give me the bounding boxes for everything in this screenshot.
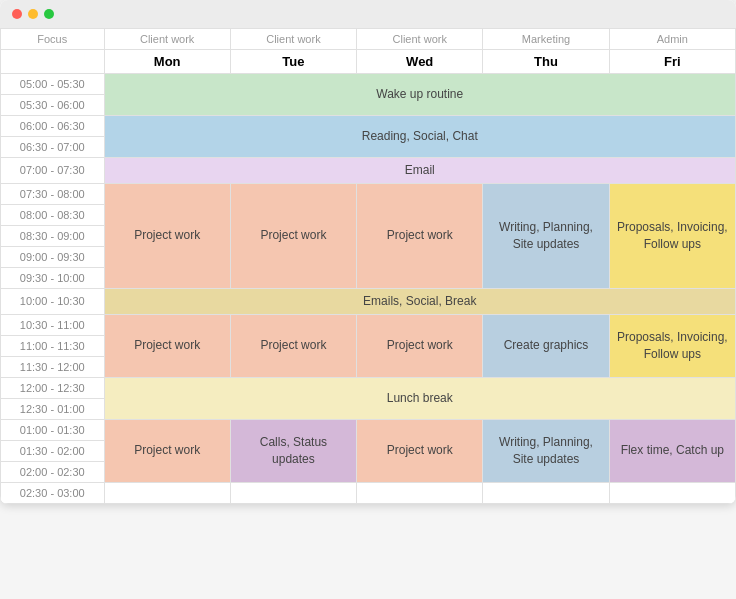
- pw-tue-2-text: Project work: [260, 338, 326, 352]
- reading-cell: Reading, Social, Chat: [104, 116, 735, 158]
- table-row: 06:00 - 06:30 Reading, Social, Chat: [1, 116, 736, 137]
- lunch-cell: Lunch break: [104, 377, 735, 419]
- flex-time-text: Flex time, Catch up: [621, 443, 724, 457]
- category-client-work-2: Client work: [230, 29, 356, 50]
- create-graphics-text: Create graphics: [504, 338, 589, 352]
- empty-thu: [483, 482, 609, 503]
- empty-tue: [230, 482, 356, 503]
- day-mon: Mon: [104, 50, 230, 74]
- project-work-wed-1: Project work: [357, 183, 483, 288]
- wake-up-text: Wake up routine: [376, 87, 463, 101]
- time-label: 08:30 - 09:00: [1, 225, 105, 246]
- pw-wed-1-text: Project work: [387, 228, 453, 242]
- email-cell: Email: [104, 158, 735, 184]
- writing-planning-thu-1: Writing, Planning, Site updates: [483, 183, 609, 288]
- time-label: 07:30 - 08:00: [1, 183, 105, 204]
- category-client-work-1: Client work: [104, 29, 230, 50]
- table-row: 07:30 - 08:00 Project work Project work …: [1, 183, 736, 204]
- time-label: 06:30 - 07:00: [1, 137, 105, 158]
- category-client-work-3: Client work: [357, 29, 483, 50]
- emails-social-cell: Emails, Social, Break: [104, 288, 735, 314]
- proposals-fri-2: Proposals, Invoicing, Follow ups: [609, 314, 735, 377]
- emails-social-text: Emails, Social, Break: [363, 294, 476, 308]
- time-label: 02:30 - 03:00: [1, 482, 105, 503]
- proposals-fri-1: Proposals, Invoicing, Follow ups: [609, 183, 735, 288]
- project-work-mon-2: Project work: [104, 314, 230, 377]
- day-thu: Thu: [483, 50, 609, 74]
- time-label: 05:00 - 05:30: [1, 74, 105, 95]
- table-row: 10:00 - 10:30 Emails, Social, Break: [1, 288, 736, 314]
- empty-mon: [104, 482, 230, 503]
- create-graphics-thu: Create graphics: [483, 314, 609, 377]
- day-empty: [1, 50, 105, 74]
- time-label: 08:00 - 08:30: [1, 204, 105, 225]
- table-row: 05:00 - 05:30 Wake up routine: [1, 74, 736, 95]
- time-label: 11:00 - 11:30: [1, 335, 105, 356]
- project-work-tue-2: Project work: [230, 314, 356, 377]
- time-label: 12:30 - 01:00: [1, 398, 105, 419]
- close-dot[interactable]: [12, 9, 22, 19]
- pw-tue-1-text: Project work: [260, 228, 326, 242]
- time-label: 09:00 - 09:30: [1, 246, 105, 267]
- category-admin: Admin: [609, 29, 735, 50]
- project-work-wed-2: Project work: [357, 314, 483, 377]
- table-row: 10:30 - 11:00 Project work Project work …: [1, 314, 736, 335]
- day-wed: Wed: [357, 50, 483, 74]
- pw-mon-3-text: Project work: [134, 443, 200, 457]
- wake-up-cell: Wake up routine: [104, 74, 735, 116]
- app-window: Focus Client work Client work Client wor…: [0, 0, 736, 504]
- email-text: Email: [405, 163, 435, 177]
- writing-planning-thu-2: Writing, Planning, Site updates: [483, 419, 609, 482]
- table-row: 07:00 - 07:30 Email: [1, 158, 736, 184]
- time-label: 06:00 - 06:30: [1, 116, 105, 137]
- pw-mon-1-text: Project work: [134, 228, 200, 242]
- flex-time-fri: Flex time, Catch up: [609, 419, 735, 482]
- titlebar: [0, 0, 736, 28]
- pw-wed-3-text: Project work: [387, 443, 453, 457]
- table-row: 01:00 - 01:30 Project work Calls, Status…: [1, 419, 736, 440]
- empty-wed: [357, 482, 483, 503]
- empty-fri: [609, 482, 735, 503]
- time-label: 09:30 - 10:00: [1, 267, 105, 288]
- category-focus: Focus: [1, 29, 105, 50]
- pw-mon-2-text: Project work: [134, 338, 200, 352]
- project-work-mon-3: Project work: [104, 419, 230, 482]
- time-label: 10:30 - 11:00: [1, 314, 105, 335]
- time-label: 05:30 - 06:00: [1, 95, 105, 116]
- prop-fri-2-text: Proposals, Invoicing, Follow ups: [617, 330, 728, 361]
- time-label: 01:30 - 02:00: [1, 440, 105, 461]
- lunch-text: Lunch break: [387, 391, 453, 405]
- project-work-tue-1: Project work: [230, 183, 356, 288]
- wp-thu-1-text: Writing, Planning, Site updates: [499, 220, 593, 251]
- time-label: 01:00 - 01:30: [1, 419, 105, 440]
- calls-status-tue: Calls, Status updates: [230, 419, 356, 482]
- time-label: 07:00 - 07:30: [1, 158, 105, 184]
- schedule-table: Focus Client work Client work Client wor…: [0, 28, 736, 504]
- time-label: 10:00 - 10:30: [1, 288, 105, 314]
- table-row: 02:30 - 03:00: [1, 482, 736, 503]
- minimize-dot[interactable]: [28, 9, 38, 19]
- wp-thu-2-text: Writing, Planning, Site updates: [499, 435, 593, 466]
- time-label: 02:00 - 02:30: [1, 461, 105, 482]
- project-work-mon-1: Project work: [104, 183, 230, 288]
- day-fri: Fri: [609, 50, 735, 74]
- calls-status-text: Calls, Status updates: [260, 435, 327, 466]
- day-tue: Tue: [230, 50, 356, 74]
- category-marketing: Marketing: [483, 29, 609, 50]
- reading-text: Reading, Social, Chat: [362, 129, 478, 143]
- time-label: 12:00 - 12:30: [1, 377, 105, 398]
- project-work-wed-3: Project work: [357, 419, 483, 482]
- maximize-dot[interactable]: [44, 9, 54, 19]
- table-row: 12:00 - 12:30 Lunch break: [1, 377, 736, 398]
- pw-wed-2-text: Project work: [387, 338, 453, 352]
- time-label: 11:30 - 12:00: [1, 356, 105, 377]
- prop-fri-1-text: Proposals, Invoicing, Follow ups: [617, 220, 728, 251]
